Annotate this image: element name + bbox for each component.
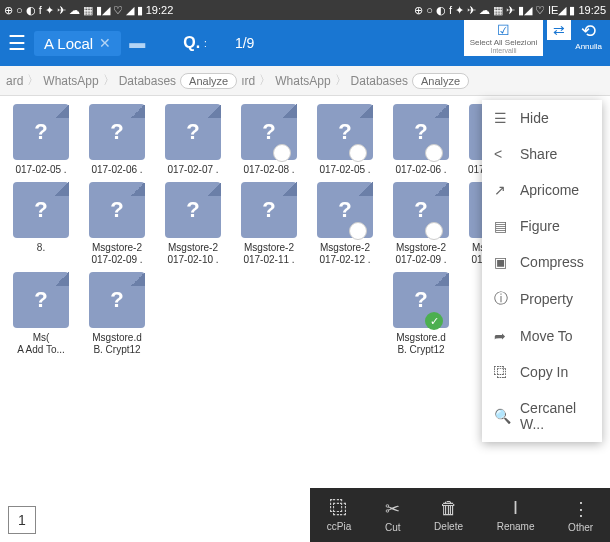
file-label: 017-02-05 . bbox=[308, 164, 382, 176]
info-icon: ⓘ bbox=[494, 290, 510, 308]
file-item[interactable]: ?Msgstore-2017-02-10 . bbox=[156, 178, 230, 266]
cut-button[interactable]: ✂Cut bbox=[385, 498, 401, 533]
menu-hide[interactable]: ☰Hide bbox=[482, 100, 602, 136]
file-item[interactable] bbox=[156, 268, 230, 356]
cut-icon: ✂ bbox=[385, 498, 401, 520]
file-icon: ? bbox=[89, 272, 145, 328]
copy-icon: ⿻ bbox=[327, 498, 351, 519]
file-item[interactable]: ?017-02-07 . bbox=[156, 100, 230, 176]
file-label: Msgstore.dB. Crypt12 bbox=[80, 332, 154, 356]
close-icon[interactable]: ✕ bbox=[99, 35, 111, 51]
selection-circle[interactable] bbox=[273, 144, 291, 162]
menu-copyin[interactable]: ⿻Copy In bbox=[482, 354, 602, 390]
file-item[interactable]: ?Msgstore-2017-02-09 . bbox=[80, 178, 154, 266]
file-item[interactable]: ?Msgstore-2017-02-12 . bbox=[308, 178, 382, 266]
file-icon: ? bbox=[241, 104, 297, 160]
file-icon: ? bbox=[165, 182, 221, 238]
undo-button[interactable]: ⟲ Annulla bbox=[575, 20, 602, 51]
file-label: Msgstore-2017-02-12 . bbox=[308, 242, 382, 266]
file-icon: ?✓ bbox=[393, 272, 449, 328]
file-label: 017-02-05 . bbox=[4, 164, 78, 176]
file-icon: ? bbox=[317, 182, 373, 238]
menu-figure[interactable]: ▤Figure bbox=[482, 208, 602, 244]
compress-icon: ▣ bbox=[494, 254, 510, 270]
menu-icon[interactable]: ☰ bbox=[8, 31, 26, 55]
file-label: 017-02-08 . bbox=[232, 164, 306, 176]
file-icon: ? bbox=[89, 182, 145, 238]
selection-circle[interactable] bbox=[349, 222, 367, 240]
context-menu: ☰Hide <Share ↗Apricome ▤Figure ▣Compress… bbox=[482, 100, 602, 442]
breadcrumb-seg[interactable]: ırd bbox=[241, 74, 255, 88]
analyze-button[interactable]: Analyze bbox=[412, 73, 469, 89]
delete-button[interactable]: 🗑Delete bbox=[434, 498, 463, 532]
file-label: Msgstore-2017-02-09 . bbox=[80, 242, 154, 266]
page-counter[interactable]: 1 bbox=[8, 506, 36, 534]
file-icon: ? bbox=[13, 272, 69, 328]
breadcrumb-seg[interactable]: WhatsApp bbox=[275, 74, 330, 88]
breadcrumb: ard 〉 WhatsApp 〉 Databases Analyze ırd 〉… bbox=[0, 66, 610, 96]
analyze-button[interactable]: Analyze bbox=[180, 73, 237, 89]
delete-icon: 🗑 bbox=[434, 498, 463, 519]
menu-cercanel[interactable]: 🔍Cercanel W... bbox=[482, 390, 602, 442]
file-label: Msgstore-2017-02-09 . bbox=[384, 242, 458, 266]
file-item[interactable]: ?017-02-06 . bbox=[384, 100, 458, 176]
breadcrumb-seg[interactable]: ard bbox=[6, 74, 23, 88]
file-label: Msgstore-2017-02-10 . bbox=[156, 242, 230, 266]
check-icon: ✓ bbox=[425, 312, 443, 330]
breadcrumb-seg[interactable]: Databases bbox=[119, 74, 176, 88]
tab-icon[interactable]: ▬ bbox=[129, 34, 145, 52]
file-item[interactable]: ?Ms(A Add To... bbox=[4, 268, 78, 356]
chevron-right-icon: 〉 bbox=[27, 72, 39, 89]
file-item[interactable]: ?8. bbox=[4, 178, 78, 266]
menu-compress[interactable]: ▣Compress bbox=[482, 244, 602, 280]
selection-circle[interactable] bbox=[349, 144, 367, 162]
file-icon: ? bbox=[393, 182, 449, 238]
location-chip[interactable]: A Local ✕ bbox=[34, 31, 121, 56]
rename-button[interactable]: IRename bbox=[497, 498, 535, 532]
rename-icon: I bbox=[497, 498, 535, 519]
more-icon: ⋮ bbox=[568, 498, 593, 520]
breadcrumb-seg[interactable]: WhatsApp bbox=[43, 74, 98, 88]
copy-icon: ⿻ bbox=[494, 364, 510, 380]
menu-share[interactable]: <Share bbox=[482, 136, 602, 172]
file-icon: ? bbox=[165, 104, 221, 160]
open-icon: ↗ bbox=[494, 182, 510, 198]
copy-button[interactable]: ⿻ccPia bbox=[327, 498, 351, 532]
breadcrumb-seg[interactable]: Databases bbox=[351, 74, 408, 88]
selection-circle[interactable] bbox=[425, 222, 443, 240]
file-item[interactable]: ?Msgstore-2017-02-11 . bbox=[232, 178, 306, 266]
status-bar: ⊕○◐f✦✈☁▦ ▮◢♡◢▮19:22 ⊕○◐f✦✈☁▦✈ ▮◢♡IE◢▮19:… bbox=[0, 0, 610, 20]
file-item[interactable] bbox=[308, 268, 382, 356]
file-label: 017-02-06 . bbox=[384, 164, 458, 176]
file-label: Msgstore.dB. Crypt12 bbox=[384, 332, 458, 356]
file-label: Msgstore-2017-02-11 . bbox=[232, 242, 306, 266]
file-icon: ? bbox=[393, 104, 449, 160]
file-item[interactable]: ?017-02-08 . bbox=[232, 100, 306, 176]
file-icon: ? bbox=[89, 104, 145, 160]
share-icon: < bbox=[494, 146, 510, 162]
file-item[interactable]: ?017-02-05 . bbox=[308, 100, 382, 176]
swap-button[interactable]: ⇄ bbox=[547, 20, 571, 40]
file-icon: ? bbox=[13, 104, 69, 160]
toolbar: ☰ A Local ✕ ▬ Q. : 1/9 ☑ Select All Sele… bbox=[0, 20, 610, 66]
menu-apricome[interactable]: ↗Apricome bbox=[482, 172, 602, 208]
file-item[interactable]: ?Msgstore-2017-02-09 . bbox=[384, 178, 458, 266]
file-label: 017-02-07 . bbox=[156, 164, 230, 176]
selection-circle[interactable] bbox=[425, 144, 443, 162]
file-item[interactable] bbox=[232, 268, 306, 356]
figure-icon: ▤ bbox=[494, 218, 510, 234]
file-label: 017-02-06 . bbox=[80, 164, 154, 176]
search-icon: 🔍 bbox=[494, 408, 510, 424]
file-icon: ? bbox=[13, 182, 69, 238]
file-label: 8. bbox=[4, 242, 78, 254]
file-item[interactable]: ?017-02-06 . bbox=[80, 100, 154, 176]
select-all-button[interactable]: ☑ Select All Selezioni Intervalli bbox=[464, 20, 544, 56]
menu-property[interactable]: ⓘProperty bbox=[482, 280, 602, 318]
menu-moveto[interactable]: ➦Move To bbox=[482, 318, 602, 354]
file-item[interactable]: ?017-02-05 . bbox=[4, 100, 78, 176]
file-item[interactable]: ?✓Msgstore.dB. Crypt12 bbox=[384, 268, 458, 356]
file-item[interactable]: ?Msgstore.dB. Crypt12 bbox=[80, 268, 154, 356]
page-indicator: 1/9 bbox=[235, 35, 254, 51]
other-button[interactable]: ⋮Other bbox=[568, 498, 593, 533]
search-icon: Q. bbox=[183, 34, 200, 52]
